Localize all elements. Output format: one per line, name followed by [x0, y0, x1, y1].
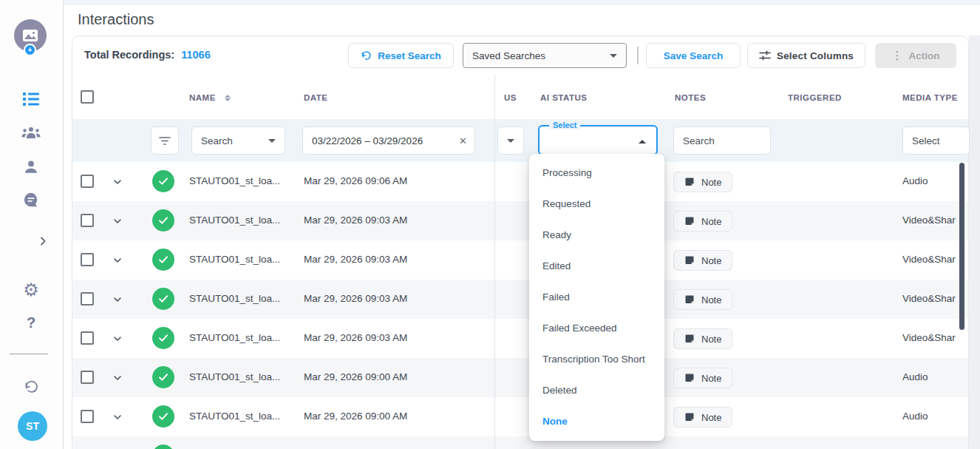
sidebar-item-settings[interactable]: ⚙ — [21, 280, 41, 300]
saved-searches-select[interactable]: Saved Searches — [463, 43, 627, 68]
reset-icon — [361, 50, 372, 61]
note-button[interactable]: Note — [673, 211, 732, 232]
column-sliders-icon — [759, 50, 771, 61]
clear-date-icon[interactable]: ✕ — [459, 135, 474, 146]
row-expand-button[interactable] — [112, 294, 123, 305]
row-checkbox[interactable] — [81, 331, 94, 345]
sidebar-item-help[interactable]: ? — [21, 312, 41, 333]
column-header-status-clipped[interactable]: US — [504, 93, 517, 102]
sidebar-item-interactions-list[interactable] — [21, 89, 41, 109]
note-button[interactable]: Note — [673, 368, 732, 388]
ai-status-option[interactable]: Requested — [529, 189, 664, 220]
note-button[interactable]: Note — [673, 172, 732, 192]
note-button[interactable]: Note — [673, 289, 732, 310]
save-search-button[interactable]: Save Search — [646, 43, 741, 68]
row-checkbox[interactable] — [81, 214, 94, 227]
column-header-notes[interactable]: NOTES — [675, 93, 706, 102]
column-header-media-type[interactable]: MEDIA TYPE — [902, 93, 958, 102]
chevron-down-icon — [507, 139, 514, 143]
ai-status-option[interactable]: Transcription Too Short — [529, 344, 664, 375]
vertical-scrollbar[interactable] — [959, 163, 964, 330]
row-name[interactable]: STAUTO01_st_loa... — [189, 293, 280, 304]
column-header-ai-status[interactable]: AI STATUS — [540, 93, 588, 102]
note-button-label: Note — [701, 255, 721, 266]
table-body: STAUTO01_st_loa... Mar 29, 2026 09:06 AM… — [72, 162, 968, 449]
table-row[interactable] — [72, 436, 968, 449]
row-checkbox[interactable] — [81, 371, 94, 384]
column-header-date[interactable]: DATE — [304, 93, 327, 102]
sidebar-item-history[interactable] — [21, 377, 41, 398]
note-button[interactable]: Note — [673, 407, 732, 428]
sidebar-item-teams[interactable] — [21, 123, 41, 144]
note-icon — [684, 294, 695, 305]
action-button[interactable]: ⋮ Action — [875, 43, 956, 68]
table-row[interactable]: STAUTO01_st_loa... Mar 29, 2026 09:03 AM… — [72, 319, 968, 358]
status-success-icon — [152, 327, 174, 349]
row-name[interactable]: STAUTO01_st_loa... — [189, 411, 280, 422]
row-date: Mar 29, 2026 09:03 AM — [304, 293, 407, 304]
row-media-type: Audio — [902, 175, 928, 186]
row-expand-button[interactable] — [112, 411, 123, 423]
row-expand-button[interactable] — [112, 333, 123, 345]
note-button-label: Note — [701, 373, 721, 384]
filter-button[interactable] — [151, 126, 179, 155]
avatar-add-badge[interactable]: + — [24, 44, 36, 56]
row-checkbox[interactable] — [81, 175, 94, 188]
chevron-down-icon — [112, 254, 123, 266]
note-button[interactable]: Note — [673, 328, 732, 349]
row-expand-button[interactable] — [112, 372, 123, 384]
table-row[interactable]: STAUTO01_st_loa... Mar 29, 2026 09:03 AM… — [72, 280, 968, 319]
row-expand-button[interactable] — [112, 254, 123, 266]
reset-search-button[interactable]: Reset Search — [348, 43, 454, 68]
name-search-select[interactable]: Search — [191, 126, 285, 155]
row-name[interactable]: STAUTO01_st_loa... — [189, 254, 280, 265]
ai-status-option[interactable]: Failed — [529, 282, 664, 313]
select-columns-button[interactable]: Select Columns — [747, 43, 865, 68]
row-name[interactable]: STAUTO01_st_loa... — [189, 332, 280, 343]
check-icon — [157, 175, 169, 187]
table-row[interactable]: STAUTO01_st_loa... Mar 29, 2026 09:03 AM… — [72, 201, 968, 240]
table-row[interactable]: STAUTO01_st_loa... Mar 29, 2026 09:06 AM… — [72, 162, 968, 201]
table-row[interactable]: STAUTO01_st_loa... Mar 29, 2026 09:00 AM… — [72, 397, 968, 436]
row-expand-button[interactable] — [112, 215, 123, 227]
row-date: Mar 29, 2026 09:03 AM — [304, 332, 407, 343]
sidebar: + ⚙ ? — [0, 0, 64, 449]
row-expand-button[interactable] — [112, 176, 123, 188]
row-name[interactable]: STAUTO01_st_loa... — [189, 175, 280, 186]
ai-status-option[interactable]: None — [529, 406, 664, 437]
notes-search-input[interactable] — [673, 126, 771, 155]
save-search-label: Save Search — [664, 50, 723, 61]
ai-status-option[interactable]: Ready — [529, 220, 664, 251]
column-header-name[interactable]: NAME — [189, 93, 231, 102]
total-recordings: Total Recordings: 11066 — [84, 49, 211, 61]
window-top-strip — [64, 0, 980, 5]
row-checkbox[interactable] — [81, 410, 94, 423]
media-type-select-label: Select — [912, 135, 940, 146]
note-icon — [684, 216, 695, 226]
status-success-icon — [152, 209, 174, 232]
status-filter-select-clipped[interactable] — [497, 126, 524, 155]
ai-status-filter-select[interactable]: Select — [538, 125, 658, 155]
user-avatar[interactable]: ST — [18, 411, 47, 441]
sort-icon[interactable] — [225, 95, 231, 101]
note-button[interactable]: Note — [673, 250, 732, 271]
ai-status-option[interactable]: Failed Exceeded — [529, 313, 664, 344]
sidebar-item-user[interactable] — [21, 157, 41, 178]
ai-status-option[interactable]: Edited — [529, 251, 664, 282]
ai-status-option[interactable]: Deleted — [529, 375, 664, 406]
table-row[interactable]: STAUTO01_st_loa... Mar 29, 2026 09:03 AM… — [72, 240, 968, 280]
ai-status-option[interactable]: Processing — [529, 158, 664, 189]
row-checkbox[interactable] — [81, 292, 94, 305]
sidebar-item-conversations[interactable] — [21, 189, 41, 210]
row-name[interactable]: STAUTO01_st_loa... — [189, 215, 280, 226]
chevron-down-icon — [610, 54, 617, 58]
row-checkbox[interactable] — [81, 253, 94, 266]
table-row[interactable]: STAUTO01_st_loa... Mar 29, 2026 09:00 AM… — [72, 358, 968, 397]
row-name[interactable]: STAUTO01_st_loa... — [189, 371, 280, 382]
date-range-filter[interactable]: 03/22/2026 – 03/29/2026 ✕ — [302, 126, 475, 155]
select-all-checkbox[interactable] — [81, 90, 94, 104]
status-success-icon — [152, 170, 174, 192]
column-header-triggered[interactable]: TRIGGERED — [788, 93, 842, 102]
media-type-filter-select[interactable]: Select — [902, 126, 970, 155]
sidebar-expand-button[interactable] — [33, 231, 53, 251]
